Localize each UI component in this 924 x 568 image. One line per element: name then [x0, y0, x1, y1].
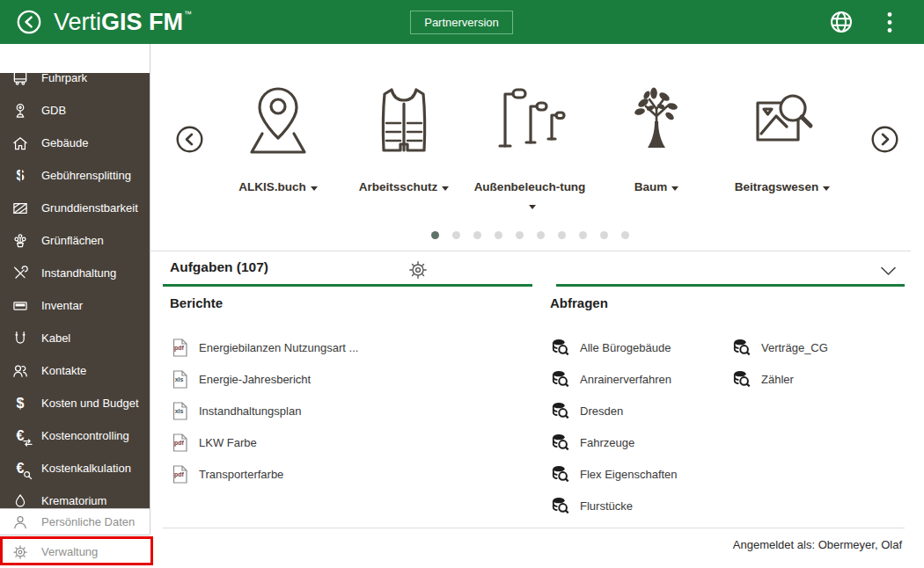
globe-icon[interactable]	[829, 10, 854, 34]
queries-heading: Abfragen	[550, 295, 608, 310]
query-label: Fahrzeuge	[580, 436, 634, 449]
app-header: VertiGIS FM™ Partnerversion	[0, 0, 924, 44]
query-label: Flex Eigenschaften	[580, 468, 678, 481]
carousel-dot[interactable]	[431, 231, 439, 239]
sidebar-item-krematorium[interactable]: Krematorium	[0, 484, 150, 508]
tasks-section-title: Aufgaben (107)	[170, 259, 268, 275]
dropdown-caret-icon	[529, 205, 536, 209]
module-baum[interactable]: Baum	[598, 77, 715, 196]
sidebar-item-gebuehrensplitting[interactable]: $ Gebührensplitting	[0, 159, 150, 192]
carousel-dot[interactable]	[579, 231, 587, 239]
sidebar-item-kabel[interactable]: Kabel	[0, 322, 150, 354]
report-item[interactable]: pdf Energiebilanzen Nutzungsart ...	[172, 331, 358, 363]
module-label: ALKIS.buch	[238, 180, 306, 193]
report-item[interactable]: xls Energie-Jahresbericht	[172, 363, 358, 395]
module-beitragswesen[interactable]: Beitragswesen	[724, 77, 840, 196]
section-divider	[150, 251, 911, 251]
vertigis-fm-logo: VertiGIS FM™	[54, 0, 192, 44]
report-label: LKW Farbe	[199, 436, 257, 449]
sidebar-item-gdb[interactable]: GDB	[0, 94, 150, 127]
carousel-dot[interactable]	[621, 231, 629, 239]
sidebar-item-label: Verwaltung	[41, 545, 98, 558]
partnerversion-badge[interactable]: Partnerversion	[410, 11, 513, 34]
query-label: Flurstücke	[580, 499, 633, 513]
logged-in-status: Angemeldet als: Obermeyer, Olaf	[733, 538, 902, 551]
module-label: Außenbeleuch-tung	[474, 180, 586, 193]
carousel-dots	[150, 231, 911, 239]
pdf-file-icon: pdf	[172, 465, 187, 484]
kebab-menu-icon[interactable]	[885, 11, 894, 33]
report-item[interactable]: pdf Transporterfarbe	[172, 458, 358, 490]
sidebar-item-gruenflaechen[interactable]: Grünflächen	[0, 224, 150, 257]
query-item[interactable]: Flurstücke	[552, 490, 678, 521]
scanner-icon	[10, 295, 31, 317]
report-item[interactable]: pdf LKW Farbe	[172, 426, 358, 458]
sidebar-item-label: Krematorium	[41, 494, 106, 507]
query-item[interactable]: Zähler	[733, 363, 828, 395]
carousel-dot[interactable]	[558, 231, 566, 239]
bus-icon	[10, 73, 31, 89]
sidebar-item-kostencontrolling[interactable]: € Kostencontrolling	[0, 419, 150, 452]
dropdown-caret-icon	[671, 186, 678, 191]
carousel-next-icon[interactable]	[871, 126, 898, 153]
app-window: VertiGIS FM™ Partnerversion < Fuh	[0, 0, 924, 568]
carousel-dot[interactable]	[537, 231, 545, 239]
sidebar-item-grunddienstbarkeit[interactable]: Grunddienstbarkeit	[0, 192, 150, 224]
sidebar-item-persoenliche-daten[interactable]: Persönliche Daten	[0, 508, 150, 535]
database-search-icon	[733, 339, 751, 356]
sidebar-item-kostenkalkulation[interactable]: € Kostenkalkulation	[0, 452, 150, 484]
sidebar-item-kosten-und-budget[interactable]: $ Kosten und Budget	[0, 387, 150, 419]
module-label: Beitragswesen	[735, 180, 818, 193]
sidebar-item-kontakte[interactable]: Kontakte	[0, 354, 150, 387]
dropdown-caret-icon	[311, 186, 318, 191]
queries-column-2: Verträge_CG Zähler	[733, 331, 828, 395]
sidebar-item-label: Inventar	[41, 299, 83, 312]
carousel-dot[interactable]	[516, 231, 524, 239]
green-underline-left	[163, 284, 532, 287]
carousel-dot[interactable]	[452, 231, 460, 239]
dollar-icon: $	[10, 393, 31, 414]
database-search-icon	[552, 339, 569, 356]
report-label: Instandhaltungsplan	[199, 404, 301, 418]
carousel-prev-icon[interactable]	[176, 126, 203, 153]
query-label: Alle Bürogebäude	[580, 341, 671, 354]
report-item[interactable]: xls Instandhaltungsplan	[172, 395, 358, 426]
sidebar-item-instandhaltung[interactable]: Instandhaltung	[0, 257, 150, 289]
module-label: Baum	[634, 180, 668, 193]
sidebar-item-gebaeude[interactable]: Gebäude	[0, 127, 150, 159]
query-item[interactable]: Verträge_CG	[733, 331, 828, 363]
back-circle-icon[interactable]	[17, 10, 41, 34]
query-label: Anrainerverfahren	[580, 373, 671, 386]
module-aussenbeleuchtung[interactable]: Außenbeleuch-tung	[472, 77, 588, 215]
trademark: ™	[184, 10, 192, 18]
collapse-section-chevron-icon[interactable]	[880, 265, 897, 280]
sidebar-item-fuhrpark[interactable]: Fuhrpark	[0, 73, 150, 94]
report-label: Energie-Jahresbericht	[199, 373, 311, 386]
footer-divider	[163, 528, 905, 528]
street-lights-icon	[472, 77, 588, 167]
euro-transfer-icon: €	[10, 426, 31, 447]
query-item[interactable]: Fahrzeuge	[552, 426, 678, 458]
query-item[interactable]: Dresden	[552, 395, 678, 426]
module-arbeitsschutz[interactable]: Arbeitsschutz	[346, 77, 462, 196]
euro-search-icon: €	[10, 458, 31, 479]
sidebar-item-inventar[interactable]: Inventar	[0, 289, 150, 322]
queries-column-1: Alle Bürogebäude Anrainerverfahren Dresd…	[552, 331, 678, 521]
sidebar-item-verwaltung[interactable]: Verwaltung	[0, 535, 150, 568]
carousel-dot[interactable]	[600, 231, 608, 239]
dropdown-caret-icon	[823, 186, 830, 191]
query-label: Zähler	[761, 373, 794, 386]
tools-icon	[10, 263, 31, 284]
module-alkis-buch[interactable]: ALKIS.buch	[220, 77, 336, 196]
query-item[interactable]: Alle Bürogebäude	[552, 331, 678, 363]
carousel-dot[interactable]	[473, 231, 481, 239]
survey-pin-icon	[10, 100, 31, 121]
reports-list: pdf Energiebilanzen Nutzungsart ... xls …	[172, 331, 358, 490]
tasks-settings-gear-icon[interactable]	[407, 259, 429, 280]
sidebar-item-label: Grünflächen	[41, 234, 104, 247]
tree-icon	[598, 77, 715, 167]
carousel-dot[interactable]	[495, 231, 502, 239]
query-item[interactable]: Flex Eigenschaften	[552, 458, 678, 490]
pdf-file-icon: pdf	[172, 433, 187, 452]
query-item[interactable]: Anrainerverfahren	[552, 363, 678, 395]
